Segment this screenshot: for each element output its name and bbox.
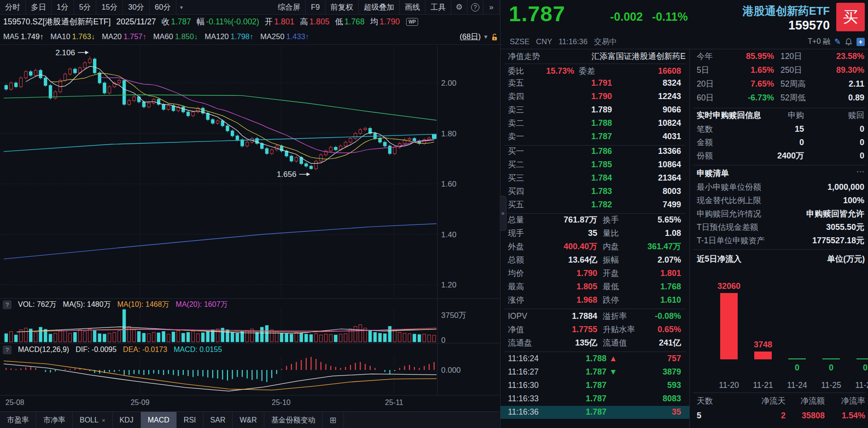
toolbar-action-工具[interactable]: 工具 — [425, 0, 451, 14]
toolbar-action-画线[interactable]: 画线 — [400, 0, 425, 14]
toolbar-action-前复权[interactable]: 前复权 — [326, 0, 359, 14]
sr-row-label: 申购赎回允许情况 — [697, 209, 761, 218]
divider — [693, 165, 865, 165]
tab-KDJ[interactable]: KDJ — [113, 412, 141, 428]
currency-label: CNY — [536, 37, 552, 46]
sr-row-value: 100% — [758, 196, 864, 205]
tab-MACD[interactable]: MACD — [141, 412, 177, 428]
tab-基金份额变动[interactable]: 基金份额变动 — [264, 412, 323, 428]
buy-button[interactable]: 买 — [836, 3, 865, 31]
bell-icon[interactable] — [845, 38, 852, 46]
toolbar-period-分时[interactable]: 分时 — [0, 0, 26, 14]
ask-price[interactable]: 1.788 — [547, 118, 612, 128]
tick-time[interactable]: 11:16:33 — [508, 394, 539, 403]
add-icon[interactable]: + — [856, 38, 865, 46]
lock-icon[interactable] — [491, 33, 498, 41]
bid-price[interactable]: 1.784 — [547, 173, 612, 183]
ask-price[interactable]: 1.790 — [547, 92, 612, 101]
ask-level-label[interactable]: 卖二 — [508, 118, 524, 128]
toolbar-action-F9[interactable]: F9 — [306, 0, 325, 14]
toolbar-period-1分[interactable]: 1分 — [52, 0, 74, 14]
divider — [504, 213, 686, 214]
range-caret-icon[interactable]: ▼ — [483, 34, 489, 40]
period-dropdown-icon[interactable]: ▾ — [176, 4, 186, 11]
ma-value-MA120: 1.798↑ — [231, 32, 254, 41]
info-seg-13: 1.790 — [379, 17, 400, 27]
x-axis-label: 25-09 — [131, 399, 150, 407]
bid-volume: 10864 — [616, 160, 681, 170]
tick-price[interactable]: 1.787 — [542, 407, 606, 417]
rt-row-value: 0 — [740, 138, 804, 147]
more-icon[interactable]: ⋯ — [832, 167, 864, 176]
tab-市盈率[interactable]: 市盈率 — [0, 412, 36, 428]
bid-level-label[interactable]: 买一 — [508, 147, 524, 156]
edit-icon[interactable]: ✎ — [834, 37, 841, 47]
toolbar-action-超级叠加[interactable]: 超级叠加 — [359, 0, 400, 14]
bid-price[interactable]: 1.783 — [547, 187, 612, 196]
rt-row-label: 金额 — [697, 138, 713, 147]
wp-icon[interactable]: WP — [406, 18, 418, 26]
tick-time[interactable]: 11:16:36 — [508, 407, 539, 416]
ask-level-label[interactable]: 卖一 — [508, 132, 524, 141]
bid-level-label[interactable]: 买二 — [508, 160, 524, 169]
perf-label: 52周低 — [781, 93, 805, 102]
sr-section-title: 申赎清单 — [697, 169, 729, 178]
ask-price[interactable]: 1.791 — [547, 78, 612, 88]
toolbar-period-60分[interactable]: 60分 — [150, 0, 176, 14]
settings-gear-icon[interactable]: ⚙ — [451, 0, 467, 14]
tick-time[interactable]: 11:16:30 — [508, 381, 539, 390]
ask-volume: 4031 — [616, 132, 681, 141]
perf-label: 120日 — [781, 52, 802, 61]
tick-price[interactable]: 1.787 — [542, 367, 606, 377]
tab-RSI[interactable]: RSI — [177, 412, 204, 428]
bid-level-label[interactable]: 买三 — [508, 173, 524, 182]
kline-chart[interactable]: 2.001.801.601.401.203750万00.0002.1061.65… — [0, 0, 500, 428]
toolbar-period-多日[interactable]: 多日 — [26, 0, 52, 14]
stock-name: 港股通创新药ETF — [743, 4, 830, 18]
help-icon[interactable]: ? — [3, 346, 12, 354]
macd-header-item-2: DEA: -0.0173 — [123, 346, 167, 354]
rt-row-label: 笔数 — [697, 124, 713, 134]
tick-price[interactable]: 1.787 — [542, 381, 606, 390]
ask-level-label[interactable]: 卖四 — [508, 92, 524, 101]
visible-range-label[interactable]: (68日) — [460, 32, 481, 42]
bid-level-label[interactable]: 买四 — [508, 187, 524, 196]
tab-W&R[interactable]: W&R — [233, 412, 264, 428]
bid-level-label[interactable]: 买五 — [508, 200, 524, 209]
tick-price[interactable]: 1.788 — [542, 354, 606, 364]
tab-SAR[interactable]: SAR — [204, 412, 233, 428]
svg-text:2.00: 2.00 — [441, 79, 456, 88]
bid-price[interactable]: 1.782 — [547, 200, 612, 210]
tick-price[interactable]: 1.787 — [542, 394, 606, 404]
toolbar-period-5分[interactable]: 5分 — [74, 0, 97, 14]
help-icon[interactable]: ? — [467, 0, 484, 14]
close-icon[interactable]: × — [102, 417, 105, 424]
ask-level-label[interactable]: 卖五 — [508, 78, 524, 88]
svg-text:1.60: 1.60 — [441, 180, 456, 188]
tab-BOLL[interactable]: BOLL× — [73, 412, 113, 428]
tab-市净率[interactable]: 市净率 — [36, 412, 73, 428]
help-icon[interactable]: ? — [3, 300, 12, 309]
last-price: 1.787 — [509, 1, 565, 26]
ask-level-label[interactable]: 卖三 — [508, 105, 524, 114]
nav-trend-label[interactable]: 净值走势 — [508, 52, 540, 61]
ask-price[interactable]: 1.787 — [547, 132, 612, 141]
ask-price[interactable]: 1.789 — [547, 105, 612, 115]
weicha-value: 16608 — [616, 66, 681, 76]
more-chevron-icon[interactable]: » — [484, 0, 500, 14]
panel-expander[interactable]: » — [500, 196, 507, 231]
stat-label: 均价 — [508, 269, 524, 278]
flow-footer-label: 净流率 — [827, 396, 865, 405]
toolbar-period-15分[interactable]: 15分 — [96, 0, 123, 14]
tick-time[interactable]: 11:16:27 — [508, 367, 539, 376]
rt-row-value: 15 — [740, 124, 804, 134]
perf-value: 23.58% — [804, 52, 864, 61]
bid-price[interactable]: 1.785 — [547, 160, 612, 170]
stat-label: 净值 — [508, 325, 524, 334]
bid-price[interactable]: 1.786 — [547, 147, 612, 156]
tick-time[interactable]: 11:16:24 — [508, 354, 539, 363]
toolbar-period-30分[interactable]: 30分 — [123, 0, 150, 14]
add-indicator-icon[interactable]: ⊞ — [323, 412, 344, 428]
x-axis-label: 25-10 — [272, 399, 291, 407]
toolbar-action-综合屏[interactable]: 综合屏 — [273, 0, 306, 14]
